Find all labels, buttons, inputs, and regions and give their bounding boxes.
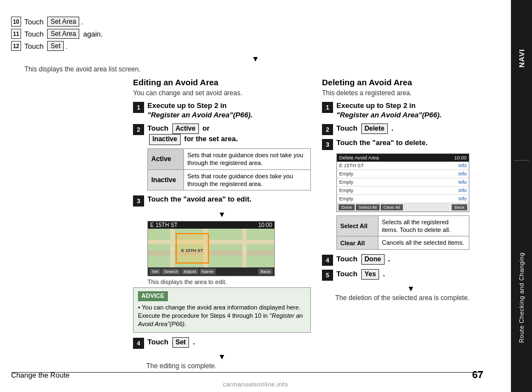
clear-all-desc: Cancels all the selected items. <box>378 236 469 249</box>
delete-select-all-btn[interactable]: Select All <box>356 204 380 210</box>
step-10-suffix: . <box>81 18 83 26</box>
main-content: 10 Touch Set Area . 11 Touch Set Area ag… <box>0 0 511 392</box>
step-11-line: 11 Touch Set Area again. <box>11 29 500 39</box>
top-desc: This displays the avoid area list screen… <box>24 65 500 73</box>
active-label: Active <box>148 149 184 169</box>
right-step1: 1 Execute up to Step 2 in "Register an A… <box>322 101 500 120</box>
delete-row-1: Empty Info <box>337 170 469 178</box>
right-done-btn: Done <box>361 254 385 265</box>
yes-btn: Yes <box>361 269 380 280</box>
clear-all-label: Clear All <box>337 236 378 249</box>
active-btn: Active <box>172 123 199 135</box>
step-11-suffix: again. <box>83 30 103 38</box>
right-step4: 4 Touch Done . <box>322 254 500 266</box>
right-step5-content: Touch Yes . <box>336 269 500 280</box>
right-title: Deleting an Avoid Area <box>322 78 500 87</box>
delete-btn: Delete <box>361 123 388 135</box>
active-inactive-table: Active Sets that route guidance does not… <box>147 148 311 190</box>
advice-box: ADVICE • You can change the avoid area i… <box>133 287 311 333</box>
inactive-row: Inactive Sets that route guidance does t… <box>148 170 310 190</box>
right-step4-content: Touch Done . <box>336 254 500 265</box>
right-step2-content: Touch Delete . <box>336 123 500 135</box>
map-adjust-btn[interactable]: Adjust <box>181 269 198 275</box>
step-12-num: 12 <box>11 41 21 51</box>
delete-clear-all-btn[interactable]: Clear All <box>381 204 403 210</box>
right-step3: 3 Touch the "area" to delete. <box>322 138 500 150</box>
right-step2: 2 Touch Delete . <box>322 123 500 135</box>
inactive-label: Inactive <box>148 170 184 190</box>
sidebar-navi-label: NAVI <box>518 43 526 73</box>
top-arrow: ▼ <box>11 54 500 63</box>
step-10-text: Touch <box>24 18 44 26</box>
select-all-row: Select All Selects all the registered it… <box>337 216 469 237</box>
step-11-num: 11 <box>11 29 21 39</box>
page-container: 10 Touch Set Area . 11 Touch Set Area ag… <box>0 0 532 392</box>
delete-row-2: Empty Info <box>337 178 469 187</box>
middle-step1-italic: "Register an Avoid Area"(P66). <box>147 111 253 119</box>
middle-subtitle: You can change and set avoid areas. <box>133 89 311 97</box>
select-all-desc: Selects all the registered items. Touch … <box>378 216 469 236</box>
step-11-btn: Set Area <box>47 29 79 39</box>
map-time: 10:00 <box>258 222 272 228</box>
right-step1-italic: "Register an Avoid Area"(P66). <box>336 111 442 119</box>
step-11-text: Touch <box>24 30 44 38</box>
sidebar-divider <box>514 160 529 161</box>
step-10-line: 10 Touch Set Area . <box>11 17 500 27</box>
map-area: E 15TH ST 10:00 E 15TH ST <box>147 221 275 276</box>
page-label: Change the Route <box>11 371 70 379</box>
inactive-desc: Sets that route guidance does take you t… <box>184 170 310 190</box>
advice-text: • You can change the avoid area informat… <box>138 303 306 329</box>
right-step5: 5 Touch Yes . <box>322 269 500 281</box>
col-left <box>11 78 122 375</box>
step4-btn: Set <box>172 337 190 348</box>
map-street: E 15TH ST <box>150 222 177 228</box>
select-clear-table: Select All Selects all the registered it… <box>336 215 469 250</box>
step-10-btn: Set Area <box>47 17 79 27</box>
step-12-text: Touch <box>24 42 44 50</box>
map-back-btn[interactable]: Back <box>258 269 273 275</box>
middle-title: Editing an Avoid Area <box>133 78 311 87</box>
bottom-bar: Change the Route 67 <box>11 369 483 381</box>
middle-step4: 4 Touch Set . <box>133 337 311 349</box>
right-complete: The deletion of the selected area is com… <box>335 294 500 302</box>
right-step5-text: Touch Yes . <box>336 269 500 280</box>
right-arrow: ▼ <box>322 284 500 293</box>
map-search-btn[interactable]: Search <box>162 269 180 275</box>
middle-step3-content: Touch the "avoid area" to edit. <box>147 195 311 204</box>
select-all-label: Select All <box>337 216 378 236</box>
map-topbar: E 15TH ST 10:00 <box>148 221 274 229</box>
map-name-btn[interactable]: Name <box>200 269 216 275</box>
middle-step1-num: 1 <box>133 102 144 113</box>
delete-row-0: E 15TH ST Info <box>337 162 469 170</box>
map-caption: This displays the area to edit. <box>147 278 311 285</box>
delete-done-btn[interactable]: Done <box>339 204 355 210</box>
delete-header-right: 10:00 <box>454 155 467 161</box>
middle-step4-num: 4 <box>133 338 144 349</box>
top-steps: 10 Touch Set Area . 11 Touch Set Area ag… <box>11 11 500 73</box>
delete-header-left: Delete Avoid Area <box>339 155 378 161</box>
middle-step3-text: Touch the "avoid area" to edit. <box>147 195 311 204</box>
active-desc: Sets that route guidance does not take y… <box>184 149 310 169</box>
delete-row-4: Empty Info <box>337 195 469 203</box>
right-step2-num: 2 <box>322 124 333 135</box>
middle-step3: 3 Touch the "avoid area" to edit. <box>133 195 311 207</box>
delete-footer: Done Select All Clear All Back <box>337 203 469 212</box>
middle-complete: The editing is complete. <box>146 362 311 370</box>
watermark: carmanualsonline.info <box>223 381 288 388</box>
middle-step2: 2 Touch Active or Inactive for the set a… <box>133 123 311 145</box>
right-step4-text: Touch Done . <box>336 254 500 265</box>
map-visual: E 15TH ST <box>148 229 274 267</box>
map-buttons: Set Search Adjust Name Back <box>148 267 274 276</box>
map-set-btn[interactable]: Set <box>150 269 161 275</box>
right-subtitle: This deletes a registered area. <box>322 89 500 97</box>
clear-all-row: Clear All Cancels all the selected items… <box>337 236 469 249</box>
right-step4-num: 4 <box>322 255 333 266</box>
delete-back-btn[interactable]: Back <box>452 204 467 210</box>
middle-step3-num: 3 <box>133 195 144 207</box>
delete-screen-header: Delete Avoid Area 10:00 <box>337 154 469 162</box>
delete-screen: Delete Avoid Area 10:00 E 15TH ST Info E… <box>336 153 469 212</box>
step-12-suffix: . <box>65 42 68 50</box>
middle-step1-text: Execute up to Step 2 in "Register an Avo… <box>147 101 311 120</box>
delete-row-3: Empty Info <box>337 187 469 195</box>
middle-arrow: ▼ <box>133 210 311 219</box>
